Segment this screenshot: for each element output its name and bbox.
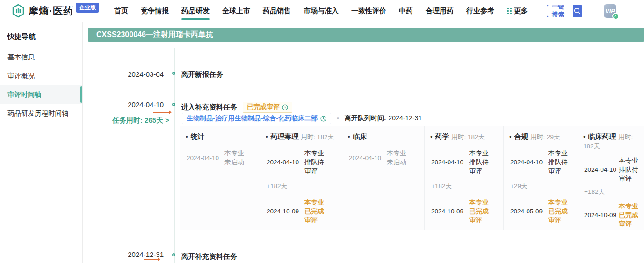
- entry-status: 本专业已完成审评: [469, 198, 492, 225]
- timeline-line: [174, 48, 175, 263]
- spec-col-pharmacy: •药学用时: 182天 2024-04-10 本专业排队待审评 +182天 20…: [425, 126, 504, 230]
- search-icon: [573, 5, 582, 17]
- entry-date: 2024-10-09: [584, 212, 617, 219]
- entry-date: 2024-04-10: [267, 159, 301, 166]
- nav-item-rational-use[interactable]: 合理用药: [426, 0, 454, 22]
- spec-entry: 2024-04-10 本专业未启动: [348, 149, 421, 167]
- entry-date: 2024-05-09: [510, 208, 545, 215]
- nav-item-home[interactable]: 首页: [114, 0, 128, 22]
- brand-logo[interactable]: 摩熵·医药 企业版: [11, 4, 100, 18]
- spec-entry: 2024-04-10 本专业排队待审评: [509, 149, 577, 175]
- timeline-event-2-row: 进入补充资料任务 已完成审评: [181, 102, 292, 113]
- spec-duration: 用时: 182天: [452, 133, 485, 140]
- leave-queue-value: 2024-12-31: [389, 114, 422, 122]
- timeline-dot: [172, 103, 175, 106]
- enterprise-badge: 企业版: [76, 3, 99, 13]
- entry-gap: +182天: [430, 182, 500, 190]
- bullet: •: [186, 133, 188, 140]
- sidebar-item-basic-info[interactable]: 基本信息: [0, 48, 82, 66]
- spec-col-pharm-toxicology: •药理毒理用时: 182天 2024-04-10 本专业排队待审评 +182天 …: [260, 126, 342, 230]
- entry-status: 本专业排队待审评: [619, 156, 641, 183]
- entry-date: 2024-04-10: [431, 159, 466, 166]
- entry-status: 本专业排队待审评: [304, 149, 327, 175]
- nav-item-competitive-intel[interactable]: 竞争情报: [141, 0, 169, 22]
- spec-entry: 2024-10-09 本专业已完成审评: [266, 198, 339, 225]
- timeline-date-3: 2024-12-31: [107, 250, 164, 258]
- entry-date: 2024-04-10: [349, 154, 384, 161]
- nav-item-global-launch[interactable]: 全球上市: [222, 0, 250, 22]
- entry-gap: +182天: [266, 182, 339, 190]
- bullet: •: [583, 133, 586, 140]
- spec-duration: 用时: 182天: [301, 133, 334, 140]
- entry-status: 本专业已完成审评: [548, 198, 571, 225]
- status-badge: 已完成审评: [243, 102, 292, 113]
- spec-col-clinical: •临床 2024-04-10 本专业未启动: [342, 126, 425, 230]
- separator-dot: •: [337, 115, 339, 122]
- bullet: •: [266, 133, 268, 140]
- more-grid-icon: [507, 8, 512, 14]
- vip-check-icon: ✓: [612, 13, 619, 20]
- spec-entry: 2024-04-10 本专业排队待审评: [583, 156, 641, 183]
- nav-more[interactable]: 更多: [507, 0, 528, 22]
- brand-logo-icon: [11, 4, 25, 18]
- sidebar-item-rd-history-timeline[interactable]: 药品研发历程时间轴: [0, 104, 82, 123]
- nav-item-market-access[interactable]: 市场与准入: [304, 0, 339, 22]
- entry-date: 2024-04-10: [510, 159, 545, 166]
- nav-item-tcm[interactable]: 中药: [399, 0, 413, 22]
- main-nav: 首页 竞争情报 药品研发 全球上市 药品销售 市场与准入 一致性评价 中药 合理…: [114, 0, 528, 22]
- clock-icon: [282, 104, 288, 110]
- entry-date: 2024-04-10: [584, 166, 617, 173]
- page-title: CXSS2300046—注射用瑞卡西单抗: [96, 30, 213, 38]
- nav-item-consistency-eval[interactable]: 一致性评价: [351, 0, 386, 22]
- timeline-date-1: 2024-03-04: [107, 70, 164, 78]
- timeline-event-title-1: 离开新报任务: [181, 70, 223, 79]
- department-tag-label: 生物制品-治疗用生物制品-综合-化药临床二部: [187, 114, 318, 123]
- sidebar-title: 快捷导航: [0, 22, 82, 48]
- spec-name: 临床: [353, 132, 367, 140]
- sidebar-item-review-overview[interactable]: 审评概况: [0, 66, 82, 85]
- spec-col-clinical-pharmacology: •临床药理用时: 182天 2024-04-10 本专业排队待审评 +182天 …: [580, 126, 644, 230]
- review-timeline-panel: 2024-03-04 离开新报任务 2024-04-10 任务用时: 265天 …: [88, 42, 644, 263]
- sidebar-item-review-timeline[interactable]: 审评时间轴: [0, 85, 82, 104]
- status-badge-label: 已完成审评: [247, 103, 280, 111]
- spec-duration: 用时: 29天: [531, 133, 560, 140]
- leave-queue-time: 离开队列时间:2024-12-31: [345, 114, 422, 123]
- quick-search-button[interactable]: 一键搜索: [547, 5, 582, 17]
- entry-status: 本专业排队待审评: [548, 149, 571, 175]
- spec-name: 统计: [191, 132, 205, 140]
- spec-col-compliance: •合规用时: 29天 2024-04-10 本专业排队待审评 +29天 2024…: [504, 126, 580, 230]
- timeline-dot: [172, 72, 175, 75]
- sidebar: 快捷导航 基本信息 审评概况 审评时间轴 药品研发历程时间轴: [0, 22, 83, 263]
- duration-arrow: [153, 112, 169, 113]
- spec-entry: 2024-04-10 本专业排队待审评: [430, 149, 500, 175]
- spec-entry: 2024-05-09 本专业已完成审评: [509, 198, 577, 225]
- brand-name: 摩熵·医药: [29, 4, 73, 17]
- navbar-right: 一键搜索 VIP ✓ ?: [528, 4, 644, 18]
- entry-date: 2024-10-09: [267, 208, 301, 215]
- page-title-bar: CXSS2300046—注射用瑞卡西单抗: [88, 28, 644, 42]
- entry-date: 2024-04-10: [187, 154, 221, 161]
- entry-gap: +29天: [509, 182, 577, 190]
- nav-item-industry-reference[interactable]: 行业参考: [466, 0, 494, 22]
- spec-name: 临床药理: [588, 132, 616, 140]
- spec-entry: 2024-04-10 本专业未启动: [186, 149, 257, 167]
- bullet: •: [430, 133, 433, 140]
- entry-status: 本专业已完成审评: [304, 198, 327, 225]
- nav-more-label: 更多: [514, 7, 528, 15]
- spec-col-statistics: •统计 2024-04-10 本专业未启动: [180, 126, 260, 230]
- vip-badge[interactable]: VIP ✓: [604, 4, 616, 18]
- entry-gap: +182天: [583, 188, 641, 196]
- department-tag[interactable]: 生物制品-治疗用生物制品-综合-化药临床二部: [182, 113, 331, 124]
- nav-item-drug-rd[interactable]: 药品研发: [181, 0, 210, 22]
- top-navbar: 摩熵·医药 企业版 首页 竞争情报 药品研发 全球上市 药品销售 市场与准入 一…: [0, 0, 644, 22]
- bullet: •: [509, 133, 512, 140]
- task-duration-link[interactable]: 任务用时: 265天 >: [88, 116, 169, 125]
- timeline-dot: [172, 253, 175, 256]
- clock-icon: [320, 116, 326, 122]
- entry-status: 本专业未启动: [387, 149, 409, 167]
- entry-status: 本专业未启动: [224, 149, 247, 167]
- nav-item-drug-sales[interactable]: 药品销售: [263, 0, 291, 22]
- bullet: •: [348, 133, 350, 140]
- timeline-event-title-2: 进入补充资料任务: [181, 103, 237, 112]
- entry-date: 2024-10-09: [431, 208, 466, 215]
